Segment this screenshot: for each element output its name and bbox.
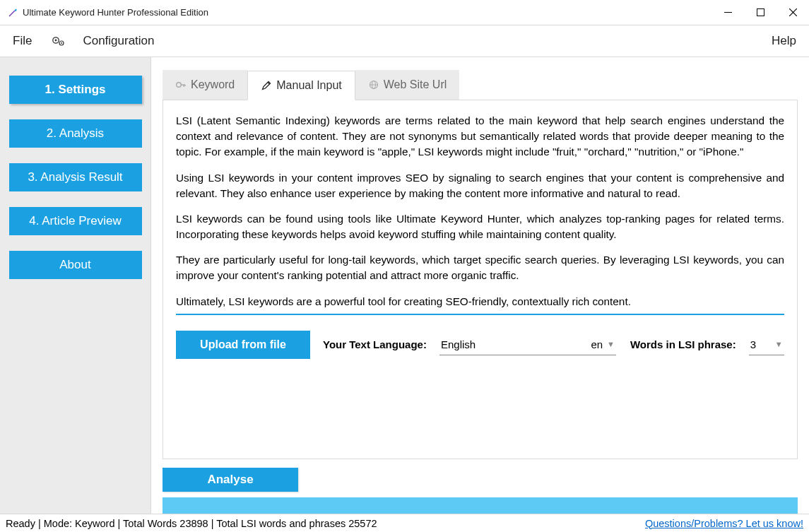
window-title: Ultimate Keyword Hunter Professional Edi… <box>23 7 208 18</box>
gears-icon[interactable] <box>52 35 66 47</box>
app-icon <box>7 7 18 18</box>
sidebar-item-label: About <box>59 258 90 272</box>
chevron-down-icon: ▼ <box>775 340 783 348</box>
tab-keyword[interactable]: Keyword <box>163 70 247 100</box>
content-paragraph: LSI (Latent Semantic Indexing) keywords … <box>176 113 784 160</box>
svg-point-9 <box>177 83 182 88</box>
menu-configuration[interactable]: Configuration <box>83 34 154 48</box>
sidebar-item-about[interactable]: About <box>9 251 142 279</box>
main-panel: Keyword Manual Input Web Site Url LSI (L… <box>151 57 809 514</box>
svg-point-6 <box>55 40 57 42</box>
menu-file[interactable]: File <box>13 34 32 48</box>
sidebar-item-article-preview[interactable]: 4. Article Preview <box>9 207 142 235</box>
words-in-phrase-label: Words in LSI phrase: <box>630 338 736 350</box>
content-textarea[interactable]: LSI (Latent Semantic Indexing) keywords … <box>176 113 784 315</box>
chevron-down-icon: ▼ <box>607 340 615 348</box>
sidebar-item-analysis-result[interactable]: 3. Analysis Result <box>9 163 142 191</box>
content-paragraph: Ultimately, LSI keywords are a powerful … <box>176 294 784 309</box>
tab-manual-input[interactable]: Manual Input <box>247 71 355 100</box>
sidebar-item-analysis[interactable]: 2. Analysis <box>9 119 142 148</box>
tab-label: Manual Input <box>276 79 342 92</box>
sidebar-item-label: 2. Analysis <box>47 126 104 141</box>
sidebar: 1. Settings 2. Analysis 3. Analysis Resu… <box>0 57 151 514</box>
progress-bar <box>163 497 798 514</box>
svg-point-8 <box>61 42 62 44</box>
globe-icon <box>368 79 379 90</box>
manual-input-panel: LSI (Latent Semantic Indexing) keywords … <box>163 100 798 459</box>
pencil-icon <box>261 80 272 91</box>
key-icon <box>175 79 187 90</box>
content-paragraph: LSI keywords can be found using tools li… <box>176 211 784 242</box>
button-label: Upload from file <box>200 338 286 351</box>
analyse-button[interactable]: Analyse <box>163 468 298 492</box>
svg-line-0 <box>9 11 15 16</box>
titlebar: Ultimate Keyword Hunter Professional Edi… <box>0 0 809 25</box>
words-value: 3 <box>750 338 756 350</box>
sidebar-item-label: 4. Article Preview <box>29 214 121 228</box>
sidebar-item-label: 1. Settings <box>45 83 106 97</box>
tab-label: Keyword <box>191 78 235 91</box>
language-value: English <box>441 338 476 350</box>
tabs: Keyword Manual Input Web Site Url <box>163 70 798 100</box>
feedback-link[interactable]: Questions/Problems? Let us know! <box>645 518 803 529</box>
sidebar-item-label: 3. Analysis Result <box>28 170 122 184</box>
content-paragraph: They are particularly useful for long-ta… <box>176 252 784 283</box>
menu-help[interactable]: Help <box>772 34 796 48</box>
status-text: Ready | Mode: Keyword | Total Words 2389… <box>6 518 377 529</box>
language-select[interactable]: English en ▼ <box>439 334 616 355</box>
language-code: en <box>591 338 603 350</box>
minimize-button[interactable] <box>711 0 744 25</box>
maximize-button[interactable] <box>744 0 776 25</box>
language-label: Your Text Language: <box>323 338 427 350</box>
svg-rect-2 <box>757 9 764 16</box>
statusbar: Ready | Mode: Keyword | Total Words 2389… <box>0 514 809 532</box>
content-paragraph: Using LSI keywords in your content impro… <box>176 170 784 201</box>
close-button[interactable] <box>776 0 809 25</box>
menubar: File Configuration Help <box>0 25 809 57</box>
button-label: Analyse <box>207 473 253 487</box>
tab-website-url[interactable]: Web Site Url <box>355 70 460 100</box>
sidebar-item-settings[interactable]: 1. Settings <box>9 76 142 104</box>
options-row: Upload from file Your Text Language: Eng… <box>176 331 784 359</box>
upload-from-file-button[interactable]: Upload from file <box>176 331 310 359</box>
tab-label: Web Site Url <box>384 78 447 91</box>
words-in-phrase-select[interactable]: 3 ▼ <box>749 334 784 355</box>
